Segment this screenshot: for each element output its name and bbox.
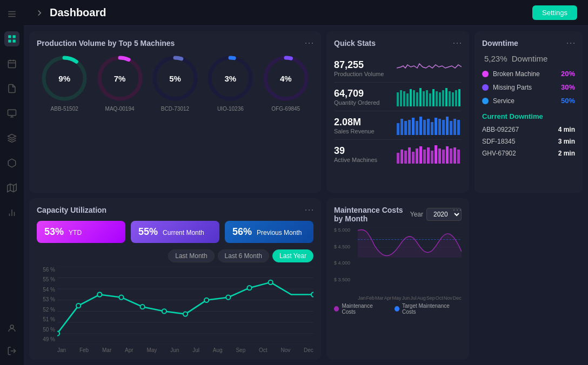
cap-prev-label: Previous Month [257,229,302,236]
service-label: Service [493,97,557,105]
stat-sales-value: 2.08M [334,117,391,128]
svg-rect-45 [436,91,438,106]
nav-arrow-icon [35,8,44,18]
header: Dashboard Settings [24,0,588,26]
production-volume-menu[interactable]: ⋯ [304,38,315,48]
maintenance-menu[interactable]: ⋯ [452,205,463,214]
svg-rect-50 [452,92,454,106]
filter-last-6-month[interactable]: Last 6 Month [218,249,269,262]
filter-last-year[interactable]: Last Year [272,249,313,262]
svg-rect-35 [403,91,405,106]
svg-rect-56 [408,120,411,135]
sidebar [0,0,24,365]
svg-rect-82 [442,150,445,164]
capacity-chart: 56 % 55 % 54 % 53 % 52 % 51 % 50 % 49 % [37,267,313,353]
svg-rect-61 [427,119,430,135]
year-label: Year [410,211,423,218]
maint-x-labels: JanFebMarAprMayJunJulAugSepOctNovDec [358,295,462,301]
cd-time-2: 3 min [558,138,575,145]
gauge-id-4: UIO-10236 [217,106,244,112]
gauge-pct-1: 9% [58,74,70,83]
parts-pct: 30% [561,83,575,91]
cap-month-label: Current Month [163,229,204,236]
sidebar-monitor-icon[interactable] [4,106,19,121]
gauge-ofg69845: 4% OFG-69845 [262,54,310,112]
svg-point-96 [76,303,81,308]
content-grid: Production Volume by Top 5 Machines ⋯ 9%… [24,26,588,365]
svg-rect-43 [429,93,431,106]
svg-rect-80 [435,145,437,164]
svg-marker-14 [8,134,16,139]
sidebar-map-icon[interactable] [4,180,19,195]
svg-rect-86 [457,150,460,164]
sidebar-box-icon[interactable] [4,156,19,171]
capacity-line-chart [57,267,313,344]
gauge-id-1: ABB-51502 [51,106,78,112]
cap-ytd-label: YTD [69,229,82,236]
cd-time-3: 2 min [558,150,575,157]
sidebar-bottom [4,321,19,359]
stat-quantity-label: Quantity Ordered [334,99,391,106]
cd-time-1: 4 min [558,126,575,133]
svg-rect-65 [442,120,445,135]
sidebar-calendar-icon[interactable] [4,56,19,71]
main-content: Dashboard Settings Production Volume by … [24,0,588,365]
svg-rect-60 [423,120,426,135]
svg-rect-51 [455,90,457,106]
maintenance-card: ⋯ Maintenance Costs by Month Year 2020 2… [326,198,469,360]
svg-point-100 [162,309,166,313]
cap-prev-month: 56% Previous Month [225,221,313,243]
cap-current-month: 55% Current Month [131,221,219,243]
svg-rect-4 [13,35,16,38]
svg-marker-15 [8,184,17,192]
svg-rect-77 [423,150,426,164]
svg-rect-62 [431,122,433,135]
gauge-pct-3: 5% [169,74,181,83]
sidebar-dashboard-icon[interactable] [4,31,19,46]
page-title: Dashboard [50,6,106,19]
svg-rect-46 [439,92,441,106]
sidebar-document-icon[interactable] [4,81,19,96]
capacity-menu[interactable]: ⋯ [304,205,315,214]
svg-point-98 [119,295,123,300]
svg-rect-71 [400,150,403,164]
chart-x-labels: JanFebMarAprMayJunJulAugSepOctNovDec [57,347,313,353]
gauge-id-3: BCD-73012 [161,106,189,112]
cd-row-3: GHV-67902 2 min [482,150,575,157]
downtime-menu[interactable]: ⋯ [566,38,576,48]
sidebar-logout-icon[interactable] [4,343,19,359]
svg-rect-68 [453,119,456,135]
filter-last-month[interactable]: Last Month [168,249,214,262]
sidebar-user-icon[interactable] [4,321,19,336]
sidebar-chart-icon[interactable] [4,205,19,220]
svg-rect-34 [400,90,402,106]
cap-prev-value: 56% [232,226,252,237]
quick-stats-menu[interactable]: ⋯ [452,38,463,48]
svg-rect-7 [8,60,16,68]
sparkline-sales [397,116,462,135]
svg-rect-33 [397,92,399,106]
sparkline-machines [397,144,462,164]
parts-dot [482,84,489,91]
cd-machine-1: ABB-092267 [482,126,558,133]
stat-machines-label: Active Machines [334,157,391,163]
gauges-container: 9% ABB-51502 7% MAQ-00194 [37,54,313,112]
settings-button[interactable]: Settings [532,5,577,20]
cap-ytd: 53% YTD [37,221,125,243]
legend-maintenance-dot [334,306,339,312]
stat-row-sales: 2.08M Sales Revenue [334,111,462,140]
svg-rect-40 [419,88,422,106]
broken-pct: 20% [561,70,575,78]
svg-rect-73 [408,147,411,164]
capacity-metrics: 53% YTD 55% Current Month 56% Previous M… [37,221,313,243]
svg-point-99 [141,305,145,309]
sidebar-layers-icon[interactable] [4,131,19,146]
sidebar-menu-icon[interactable] [4,6,19,22]
svg-point-103 [226,295,230,300]
svg-rect-38 [413,90,415,106]
production-volume-title: Production Volume by Top 5 Machines [37,39,313,48]
stat-row-quantity: 64,709 Quantity Ordered [334,83,462,111]
maintenance-legend: Maintenance Costs Target Maintenance Cos… [334,303,462,315]
svg-point-97 [97,292,102,296]
broken-dot [482,71,489,77]
